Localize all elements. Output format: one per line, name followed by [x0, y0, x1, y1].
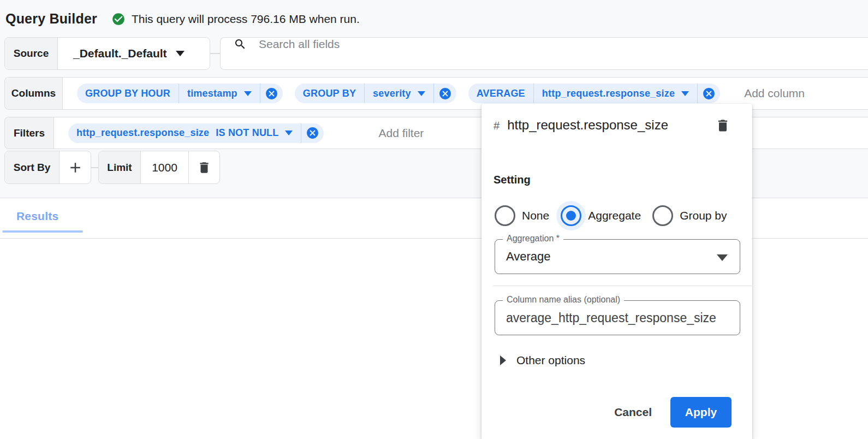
radio-label: Group by [680, 209, 727, 222]
source-row: Source _Default._Default [4, 37, 210, 70]
chip-filter-segment[interactable]: http_request.response_size IS NOT NULL [68, 127, 301, 139]
radio-option-aggregate[interactable]: Aggregate [561, 205, 641, 226]
remove-column-button[interactable] [438, 87, 452, 100]
column-settings-popup: #http_request.response_size Setting None… [481, 104, 752, 439]
popup-actions: Cancel Apply [609, 397, 732, 428]
column-chips: GROUP BY HOUR timestamp GROUP BY [77, 84, 805, 103]
delete-column-button[interactable] [715, 118, 730, 133]
numeric-type-icon: # [494, 120, 500, 132]
radio-unchecked-icon [652, 205, 673, 226]
column-alias-label: Column name alias (optional) [503, 295, 624, 305]
search-placeholder: Search all fields [259, 38, 340, 69]
filter-chips: http_request.response_size IS NOT NULL A… [68, 123, 424, 143]
radio-option-none[interactable]: None [495, 205, 549, 226]
limit-value-field[interactable]: 1000 [141, 151, 189, 183]
chip-field-name: timestamp [187, 88, 237, 99]
remove-column-button[interactable] [702, 87, 716, 100]
radio-checked-icon [561, 205, 581, 226]
chevron-down-icon [681, 91, 689, 96]
column-chip-response-size[interactable]: AVERAGE http_request.response_size [468, 84, 720, 103]
radio-unchecked-icon [495, 205, 515, 226]
limit-label: Limit [99, 151, 141, 183]
chip-field-segment[interactable]: timestamp [179, 88, 260, 99]
cancel-icon [265, 87, 278, 100]
column-alias-value: average_http_request_response_size [506, 311, 738, 325]
check-circle-icon [111, 12, 126, 26]
search-field[interactable]: Search all fields [220, 37, 868, 70]
filter-chip-response-size[interactable]: http_request.response_size IS NOT NULL [68, 123, 324, 143]
plus-icon [67, 159, 84, 176]
add-filter-field[interactable]: Add filter [378, 127, 424, 140]
chip-aggregation-segment[interactable]: AVERAGE [468, 88, 533, 99]
tab-results[interactable]: Results [16, 210, 58, 223]
chip-aggregation-segment[interactable]: GROUP BY [295, 88, 364, 99]
radio-label: None [522, 209, 549, 222]
other-options-expander[interactable]: Other options [500, 354, 585, 367]
add-sort-button[interactable] [60, 151, 91, 183]
disclosure-triangle-icon [500, 355, 506, 365]
delete-limit-button[interactable] [189, 151, 219, 183]
chip-divider [260, 84, 260, 103]
sort-by-label: Sort By [5, 151, 60, 183]
query-builder-page: Query Builder This query will process 79… [0, 0, 868, 439]
chip-divider [697, 84, 698, 103]
setting-heading: Setting [494, 174, 531, 186]
filters-label: Filters [5, 117, 54, 149]
source-value: _Default._Default [73, 47, 167, 60]
column-chip-severity[interactable]: GROUP BY severity [295, 84, 456, 103]
chip-field-segment[interactable]: http_request.response_size [534, 88, 697, 99]
trash-icon [197, 161, 211, 175]
chevron-down-icon [418, 91, 425, 96]
setting-radio-group: None Aggregate Group by [495, 205, 727, 226]
remove-filter-button[interactable] [306, 126, 319, 140]
remove-column-button[interactable] [265, 87, 278, 100]
trash-icon [715, 118, 730, 133]
apply-button[interactable]: Apply [670, 397, 732, 428]
chip-divider [433, 84, 434, 103]
popup-title: #http_request.response_size [494, 114, 683, 137]
column-alias-input[interactable]: Column name alias (optional) average_htt… [495, 300, 740, 335]
aggregation-select[interactable]: Aggregation * Average [495, 239, 740, 274]
chip-aggregation-segment[interactable]: GROUP BY HOUR [77, 88, 179, 99]
cancel-icon [702, 87, 716, 100]
aggregation-select-label: Aggregation * [503, 234, 563, 244]
popup-divider [493, 286, 752, 286]
aggregation-select-value: Average [506, 250, 715, 264]
tab-results-underline [2, 230, 83, 233]
chip-operator: IS NOT NULL [216, 127, 278, 139]
column-chip-timestamp[interactable]: GROUP BY HOUR timestamp [77, 84, 283, 103]
source-dropdown[interactable]: _Default._Default [58, 38, 210, 69]
connector-line [210, 53, 220, 54]
cancel-icon [438, 87, 452, 100]
cancel-button[interactable]: Cancel [609, 398, 657, 426]
header: Query Builder This query will process 79… [5, 11, 360, 27]
chevron-down-icon [285, 130, 293, 135]
add-column-field[interactable]: Add column [744, 87, 805, 100]
radio-label: Aggregate [588, 209, 641, 222]
chip-field-name: http_request.response_size [542, 88, 675, 99]
chevron-down-icon [176, 51, 185, 56]
popup-field-name: http_request.response_size [507, 117, 668, 132]
other-options-label: Other options [516, 354, 585, 367]
connector-line [91, 167, 98, 168]
cancel-icon [306, 126, 319, 140]
source-label: Source [5, 38, 58, 69]
chip-field-segment[interactable]: severity [365, 88, 433, 99]
limit-row: Limit 1000 [98, 151, 220, 184]
dropdown-arrow-icon [717, 254, 728, 261]
chevron-down-icon [244, 91, 252, 96]
query-cost-status: This query will process 796.16 MB when r… [132, 13, 360, 26]
search-icon [234, 38, 247, 51]
sort-by-row: Sort By [4, 151, 91, 184]
radio-option-group-by[interactable]: Group by [652, 205, 727, 226]
chip-field-name: severity [373, 88, 411, 99]
columns-label: Columns [5, 78, 63, 109]
chip-divider [301, 123, 301, 143]
chip-field-name: http_request.response_size [76, 127, 209, 139]
page-title: Query Builder [5, 11, 97, 27]
